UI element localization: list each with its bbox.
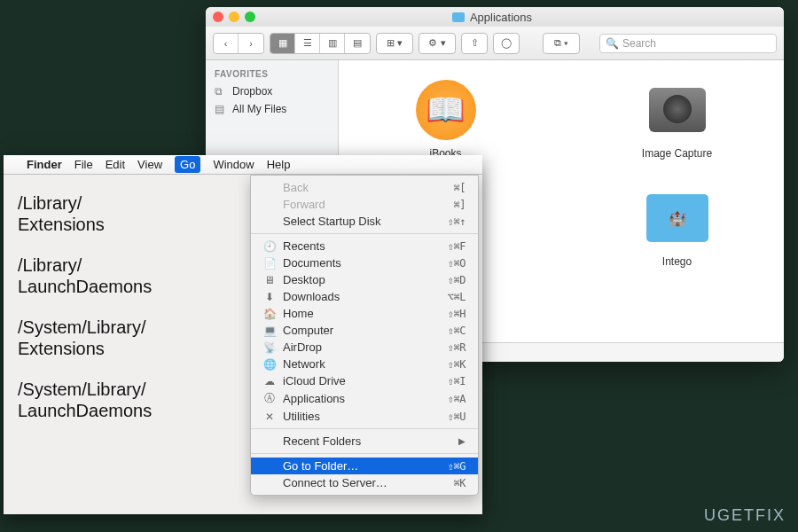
sidebar-item-all-my-files[interactable]: ▤ All My Files [206, 100, 338, 118]
path-text: /System/Library/ Extensions [18, 317, 238, 359]
go-menu-dropdown: Back⌘[Forward⌘]Select Startup Disk⇧⌘↑🕘Re… [250, 175, 479, 496]
menu-item-icloud-drive[interactable]: ☁iCloud Drive⇧⌘I [251, 372, 478, 389]
menu-item-recent-folders[interactable]: Recent Folders▶ [251, 433, 478, 450]
shortcut-label: ⇧⌘K [448, 358, 466, 371]
menu-item-documents[interactable]: 📄Documents⇧⌘O [251, 254, 478, 271]
shortcut-label: ⇧⌘↑ [448, 215, 466, 228]
menu-item-desktop[interactable]: 🖥Desktop⇧⌘D [251, 271, 478, 288]
action-group[interactable]: ⚙ ▾ [419, 33, 456, 54]
applications-icon: Ⓐ [263, 391, 276, 406]
documents-icon: 📄 [263, 257, 276, 270]
menu-item-computer[interactable]: 💻Computer⇧⌘C [251, 322, 478, 339]
menu-finder[interactable]: Finder [27, 158, 62, 171]
menu-item-forward: Forward⌘] [251, 196, 478, 213]
app-ibooks[interactable]: 📖 iBooks [365, 78, 526, 160]
menu-item-back: Back⌘[ [251, 179, 478, 196]
menu-item-network[interactable]: 🌐Network⇧⌘K [251, 356, 478, 372]
shortcut-label: ⌘] [454, 199, 466, 211]
submenu-arrow-icon: ▶ [458, 436, 466, 446]
menu-item-home[interactable]: 🏠Home⇧⌘H [251, 305, 478, 322]
shortcut-label: ⇧⌘C [448, 325, 466, 337]
menu-item-utilities[interactable]: ✕Utilities⇧⌘U [251, 408, 478, 425]
menu-window[interactable]: Window [213, 158, 254, 171]
column-view-button[interactable]: ▥ [320, 34, 345, 53]
list-view-button[interactable]: ☰ [295, 34, 320, 53]
shortcut-label: ⌘[ [454, 182, 466, 194]
shortcut-label: ⇧⌘R [448, 341, 466, 354]
airdrop-icon: 📡 [263, 341, 276, 354]
menu-separator [251, 428, 478, 429]
toolbar: ‹ › ▦ ☰ ▥ ▤ ⊞ ▾ ⚙ ▾ ⇧ ◯ ⧉ ▾ 🔍 Search [206, 27, 784, 60]
app-intego[interactable]: 🏰 Intego [597, 186, 757, 268]
shortcut-label: ⇧⌘D [448, 274, 466, 286]
minimize-icon[interactable] [229, 12, 239, 22]
app-image-capture[interactable]: Image Capture [597, 78, 757, 160]
menu-edit[interactable]: Edit [106, 158, 125, 171]
search-input[interactable]: 🔍 Search [599, 34, 777, 53]
shortcut-label: ⇧⌘I [448, 375, 466, 387]
menu-item-label: Forward [283, 198, 325, 211]
menu-view[interactable]: View [137, 158, 162, 171]
shortcut-label: ⌥⌘L [448, 291, 466, 303]
menubar: Finder File Edit View Go Window Help [4, 155, 482, 175]
shortcut-label: ⇧⌘U [448, 411, 466, 423]
window-controls [213, 12, 255, 22]
dropbox-button[interactable]: ⧉ ▾ [543, 33, 580, 54]
share-group[interactable]: ⇧ [461, 33, 488, 54]
downloads-icon: ⬇ [263, 291, 276, 303]
menu-item-label: Connect to Server… [283, 476, 387, 489]
menu-item-go-to-folder[interactable]: Go to Folder…⇧⌘G [251, 458, 478, 474]
instruction-overlay: Finder File Edit View Go Window Help /Li… [4, 155, 482, 514]
menu-item-label: Network [283, 357, 325, 371]
shortcut-label: ⇧⌘H [448, 308, 466, 320]
forward-button[interactable]: › [239, 34, 263, 53]
path-list: /Library/ Extensions /Library/ LaunchDae… [4, 175, 252, 514]
shortcut-label: ⇧⌘F [448, 240, 466, 253]
menu-file[interactable]: File [74, 158, 93, 171]
sidebar-item-dropbox[interactable]: ⧉ Dropbox [206, 82, 338, 100]
ibooks-icon: 📖 [416, 80, 476, 140]
menu-go[interactable]: Go [175, 156, 200, 173]
coverflow-view-button[interactable]: ▤ [345, 34, 370, 53]
folder-icon [452, 12, 465, 22]
shortcut-label: ⇧⌘A [448, 393, 466, 405]
menu-item-applications[interactable]: ⒶApplications⇧⌘A [251, 389, 478, 408]
home-icon: 🏠 [263, 308, 276, 320]
menu-item-label: Home [283, 307, 314, 320]
menu-item-label: Computer [283, 324, 333, 337]
menu-separator [251, 453, 478, 454]
network-icon: 🌐 [263, 358, 276, 371]
title-text: Applications [470, 11, 532, 24]
menu-item-label: iCloud Drive [283, 374, 346, 387]
menu-item-label: Documents [283, 256, 341, 270]
search-placeholder: Search [622, 37, 656, 50]
recents-icon: 🕘 [263, 240, 276, 253]
menu-separator [251, 233, 478, 234]
files-icon: ▤ [215, 103, 227, 115]
desktop-icon: 🖥 [263, 274, 276, 286]
dropbox-icon: ⧉ [215, 85, 227, 98]
camera-icon [649, 88, 706, 132]
menu-item-label: Back [283, 181, 309, 194]
icon-view-button[interactable]: ▦ [270, 34, 295, 53]
menu-item-connect-to-server[interactable]: Connect to Server…⌘K [251, 474, 478, 491]
back-button[interactable]: ‹ [214, 34, 239, 53]
tags-group[interactable]: ◯ [493, 33, 520, 54]
menu-item-label: Desktop [283, 273, 325, 286]
shortcut-label: ⌘K [454, 477, 466, 489]
computer-icon: 💻 [263, 325, 276, 337]
menu-item-label: Applications [283, 392, 345, 405]
shortcut-label: ⇧⌘G [448, 460, 466, 473]
menu-item-select-startup-disk[interactable]: Select Startup Disk⇧⌘↑ [251, 213, 478, 230]
view-group: ▦ ☰ ▥ ▤ [270, 33, 371, 54]
menu-item-airdrop[interactable]: 📡AirDrop⇧⌘R [251, 339, 478, 356]
search-icon: 🔍 [606, 37, 619, 50]
sidebar-section-label: Favorites [206, 66, 338, 82]
icloud-drive-icon: ☁ [263, 375, 276, 387]
menu-item-downloads[interactable]: ⬇Downloads⌥⌘L [251, 288, 478, 305]
zoom-icon[interactable] [245, 12, 255, 22]
arrange-group[interactable]: ⊞ ▾ [376, 33, 413, 54]
menu-help[interactable]: Help [267, 158, 291, 171]
close-icon[interactable] [213, 12, 223, 22]
menu-item-recents[interactable]: 🕘Recents⇧⌘F [251, 238, 478, 254]
